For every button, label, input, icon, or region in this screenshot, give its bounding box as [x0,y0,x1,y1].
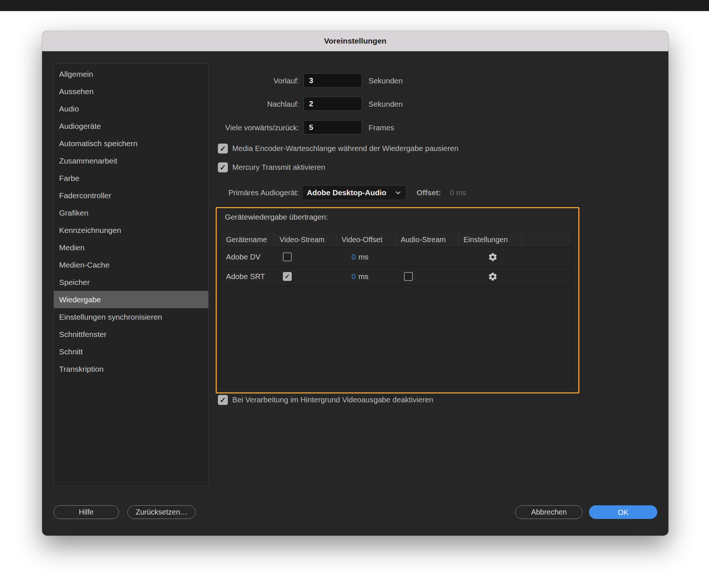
disable-video-output-label: Bei Verarbeitung im Hintergrund Videoaus… [232,395,433,404]
primary-audio-value: Adobe Desktop-Audio [307,188,386,197]
primary-audio-select[interactable]: Adobe Desktop-Audio [302,185,406,200]
device-table: Gerätename Video-Stream Video-Offset Aud… [221,232,572,387]
audio-stream-checkbox[interactable] [404,272,413,281]
step-many-input[interactable] [304,120,362,134]
primary-audio-label: Primäres Audiogerät: [144,185,299,200]
sidebar-item-farbe[interactable]: Farbe [54,169,208,187]
check-icon: ✓ [284,273,290,280]
help-button[interactable]: Hilfe [54,505,119,519]
header-video-offset: Video-Offset [337,232,396,247]
step-many-label: Viele vorwärts/zurück: [144,120,299,135]
video-offset-unit: ms [358,252,368,261]
device-playback-panel: Gerätewiedergabe übertragen: Gerätename … [216,207,579,393]
header-video-stream: Video-Stream [275,232,337,247]
ok-button[interactable]: OK [589,505,657,519]
dialog-title: Voreinstellungen [324,37,387,45]
preroll-unit: Sekunden [369,73,403,88]
video-offset-value[interactable]: 0 [352,272,356,281]
postroll-input[interactable] [304,97,362,111]
video-offset-value[interactable]: 0 [352,252,356,261]
sidebar-item-medien[interactable]: Medien [54,239,208,256]
offset-label: Offset: [417,185,441,200]
offset-value: 0 ms [450,185,466,200]
postroll-unit: Sekunden [369,97,403,111]
preroll-label: Vorlauf: [144,73,299,88]
pause-media-encoder-label: Media Encoder-Warteschlange während der … [232,144,458,153]
sidebar-item-wiedergabe[interactable]: Wiedergabe [54,291,208,308]
header-geraetename: Gerätename [221,232,275,247]
disable-video-output-row: ✓ Bei Verarbeitung im Hintergrund Videoa… [218,394,433,405]
background-app-bar [0,0,709,11]
disable-video-output-checkbox[interactable]: ✓ [218,395,228,405]
table-row-adobe-dv: Adobe DV 0ms [221,247,572,267]
settings-gear-icon[interactable] [488,272,498,282]
mercury-transmit-label: Mercury Transmit aktivieren [232,163,325,172]
sidebar-item-zusammenarbeit[interactable]: Zusammenarbeit [54,152,208,169]
header-audio-stream: Audio-Stream [396,232,459,247]
video-offset-unit: ms [358,272,368,281]
preroll-input[interactable] [304,73,362,87]
check-icon: ✓ [220,396,226,404]
settings-gear-icon[interactable] [488,252,498,262]
sidebar-item-automatisch-speichern[interactable]: Automatisch speichern [54,135,208,152]
step-many-unit: Frames [369,120,394,135]
sidebar-item-speicher[interactable]: Speicher [54,274,208,291]
header-filler [522,232,572,247]
video-stream-checkbox[interactable]: ✓ [283,272,292,281]
mercury-transmit-checkbox[interactable]: ✓ [218,162,228,172]
postroll-label: Nachlauf: [144,97,299,111]
dialog-titlebar: Voreinstellungen [42,31,668,51]
sidebar-item-transkription[interactable]: Transkription [54,360,208,378]
cancel-button[interactable]: Abbrechen [515,505,583,519]
device-name: Adobe DV [221,252,275,261]
sidebar-item-medien-cache[interactable]: Medien-Cache [54,256,208,274]
sidebar-item-schnittfenster[interactable]: Schnittfenster [54,326,208,343]
table-row-adobe-srt: Adobe SRT ✓ 0ms [221,267,572,286]
mercury-transmit-row: ✓ Mercury Transmit aktivieren [218,162,325,173]
pause-media-encoder-checkbox[interactable]: ✓ [218,144,228,154]
device-playback-title: Gerätewiedergabe übertragen: [225,213,328,221]
sidebar-item-schnitt[interactable]: Schnitt [54,343,208,360]
sidebar-item-kennzeichnungen[interactable]: Kennzeichnungen [54,221,208,239]
header-einstellungen: Einstellungen [459,232,522,247]
pause-media-encoder-row: ✓ Media Encoder-Warteschlange während de… [218,143,458,154]
preferences-dialog: Voreinstellungen Allgemein Aussehen Audi… [42,31,668,536]
reset-button[interactable]: Zurücksetzen… [127,505,196,519]
check-icon: ✓ [220,145,226,152]
device-name: Adobe SRT [221,272,275,281]
check-icon: ✓ [220,164,226,171]
chevron-down-icon [395,189,401,196]
video-stream-checkbox[interactable] [283,252,292,261]
sidebar-item-einstellungen-synchronisieren[interactable]: Einstellungen synchronisieren [54,308,208,326]
sidebar-item-grafiken[interactable]: Grafiken [54,204,208,221]
device-table-header: Gerätename Video-Stream Video-Offset Aud… [221,232,572,247]
